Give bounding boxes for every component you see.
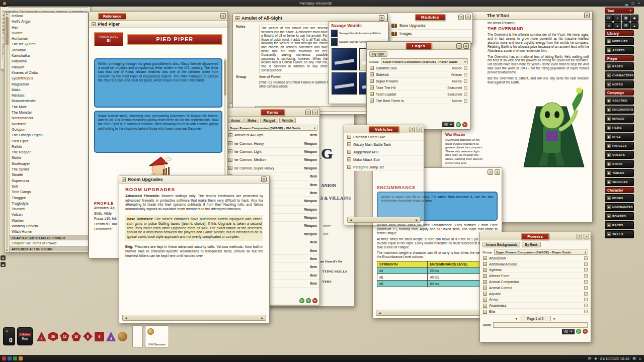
edges-ribbon[interactable]: Edges xyxy=(406,43,432,49)
list-item[interactable]: Magnetron xyxy=(10,81,88,87)
list-item[interactable]: Sickle xyxy=(10,155,88,160)
list-item[interactable]: Troglodyte xyxy=(10,201,88,206)
list-item[interactable]: The Ice Queen xyxy=(10,41,88,47)
items-ribbon[interactable]: Items xyxy=(261,109,284,116)
item-type-tab[interactable]: Armor xyxy=(228,118,244,123)
vehicle-row[interactable]: ▪ Mako Attack Sub xyxy=(344,156,424,163)
edge-row[interactable]: ▪ Dynamic Duo Novice xyxy=(367,65,470,71)
os-taskbar[interactable]: ▤ ◆ 01/10/2022 18:48 ▦ ● xyxy=(0,355,644,362)
list-item[interactable]: Thuggee xyxy=(10,195,88,201)
power-icon[interactable]: ● xyxy=(639,357,641,360)
tool-icon[interactable]: ● xyxy=(613,22,621,29)
power-drag-icon[interactable] xyxy=(584,256,588,260)
power-link-icon[interactable]: ▪ xyxy=(483,292,487,296)
tool-icon[interactable]: ▲ xyxy=(630,22,638,29)
die[interactable]: 4 xyxy=(37,332,46,341)
npc-list-scrollbar[interactable]: ▲ ▼ xyxy=(5,13,10,252)
pointer-icon[interactable]: ◉ xyxy=(1,262,6,267)
items-titlebar[interactable]: Items ?× xyxy=(226,108,319,117)
close-icon[interactable]: × xyxy=(312,110,318,115)
module-cover[interactable] xyxy=(332,72,357,95)
power-link-icon[interactable]: ▪ xyxy=(483,262,487,266)
edge-link-icon[interactable]: ▪ xyxy=(370,72,374,76)
list-item[interactable]: Kilowatt xyxy=(10,64,88,70)
vehicle-link-icon[interactable]: ▪ xyxy=(347,150,351,154)
module-row[interactable]: Savage Worlds Adventure Edition xyxy=(329,29,388,38)
list-item[interactable]: Soothsayer xyxy=(10,161,88,166)
power-drag-icon[interactable] xyxy=(584,304,588,307)
powers-ribbon[interactable]: Powers xyxy=(521,233,549,240)
vehicle-link-icon[interactable]: ▪ xyxy=(347,157,351,161)
edge-row[interactable]: ▪ Sidekick Veteran xyxy=(367,71,470,78)
list-item[interactable]: Nocturne xyxy=(10,121,88,127)
list-item[interactable]: Medusa xyxy=(10,93,88,98)
item-row[interactable]: ▪ ter Cannon, Medium Weapon xyxy=(226,156,319,164)
power-drag-icon[interactable] xyxy=(584,262,588,266)
list-item[interactable]: Necromancer xyxy=(10,115,88,121)
sidebar-button[interactable]: ◆NPCS xyxy=(605,133,634,141)
item-link-icon[interactable]: ◆ xyxy=(235,16,239,20)
modules-ribbon[interactable]: Modules xyxy=(415,14,445,21)
item-row[interactable]: ▪ ter Cannon, Heavy Weapon xyxy=(226,139,319,147)
maximize-icon[interactable]: ◻ xyxy=(631,2,634,6)
list-item[interactable]: Jackdaw xyxy=(10,47,88,53)
sidebar-button[interactable]: ■RACES xyxy=(605,221,634,229)
clear-icon[interactable]: × xyxy=(312,298,317,303)
power-row[interactable]: ▪ Bite xyxy=(480,309,591,315)
edge-drag-icon[interactable] xyxy=(464,73,467,76)
list-item[interactable]: The Mole xyxy=(10,104,88,110)
sidebar-header-campaign[interactable]: Campaign xyxy=(605,89,634,96)
item-type-tab[interactable]: Melee xyxy=(245,118,260,123)
close-icon[interactable]: × xyxy=(465,15,471,20)
power-drag-icon[interactable] xyxy=(584,268,588,272)
power-link-icon[interactable]: ▪ xyxy=(483,286,487,290)
clear-icon[interactable]: × xyxy=(462,122,467,127)
help-icon[interactable]: ? xyxy=(577,234,582,239)
page-prev-icon[interactable]: ◄ xyxy=(378,311,381,315)
tool-icon[interactable]: ≡ xyxy=(605,22,613,29)
die[interactable] xyxy=(118,332,127,341)
item-row[interactable]: ▪ ter Cannon, Super Heavy Weapon xyxy=(226,164,319,172)
list-item[interactable]: Stealth xyxy=(10,172,88,177)
sidebar-button[interactable]: ◆QUESTS xyxy=(605,151,634,159)
list-item[interactable]: Sutr xyxy=(10,184,88,189)
list-item[interactable]: The Spider xyxy=(10,166,88,172)
list-item[interactable]: Hex xyxy=(10,25,88,30)
confirm-icon[interactable]: ✓ xyxy=(456,122,461,127)
help-icon[interactable]: ? xyxy=(305,110,311,115)
gm-bennies-panel[interactable]: GM Bennies xyxy=(145,325,169,347)
power-drag-icon[interactable] xyxy=(584,280,588,284)
item-link-icon[interactable]: ▪ xyxy=(228,141,232,145)
list-item[interactable]: Knaves of Clubs xyxy=(10,70,88,75)
rank-filter-field[interactable] xyxy=(493,322,588,328)
die[interactable]: 8 xyxy=(83,332,93,341)
reference-titlebar[interactable]: Reference × xyxy=(89,12,227,21)
item-row[interactable]: ▪ Amulet of All-Sight Item xyxy=(226,131,319,139)
item-link-icon[interactable]: ▪ xyxy=(228,158,232,162)
benny-coin-icon[interactable] xyxy=(147,328,154,335)
add-icon[interactable]: + xyxy=(306,298,311,303)
items-group-dropdown[interactable]: Super Powers Companion (SWADE) - GM Guid… xyxy=(228,125,317,131)
edge-row[interactable]: ▪ Take The Hit Seasoned xyxy=(367,84,470,91)
vehicle-link-icon[interactable]: ▪ xyxy=(347,135,351,139)
volume-icon[interactable]: ◆ xyxy=(594,356,597,360)
sidebar-header-library[interactable]: Library xyxy=(605,30,634,36)
vehicle-row[interactable]: ▪ Grizzly Main Battle Tank xyxy=(344,141,424,148)
close-icon[interactable]: × xyxy=(261,176,267,182)
power-link-icon[interactable]: ▪ xyxy=(483,268,487,272)
page-link-icon[interactable]: ● xyxy=(122,177,126,182)
sidebar-button[interactable]: ◆ITEMS xyxy=(605,124,634,132)
die[interactable]: 10 xyxy=(71,332,81,341)
power-drag-icon[interactable] xyxy=(584,292,588,296)
list-item[interactable]: The Omega Legion xyxy=(10,132,88,138)
tool-icon[interactable]: ▦ xyxy=(622,15,630,22)
list-item[interactable]: Huntsman xyxy=(10,36,88,41)
powers-titlebar[interactable]: Powers ?× xyxy=(480,232,591,240)
die[interactable]: 4 xyxy=(106,332,116,341)
power-drag-icon[interactable] xyxy=(584,274,588,278)
item-link-icon[interactable]: ▪ xyxy=(228,149,232,153)
vehicle-row[interactable]: ▪ Peregrine Jump Jet xyxy=(344,163,424,171)
power-row[interactable]: ▪ Armor xyxy=(480,297,591,303)
list-item[interactable]: Chapter Six: Items of Power xyxy=(10,240,88,246)
sidebar-button[interactable]: ▤ASSETS xyxy=(605,46,634,54)
